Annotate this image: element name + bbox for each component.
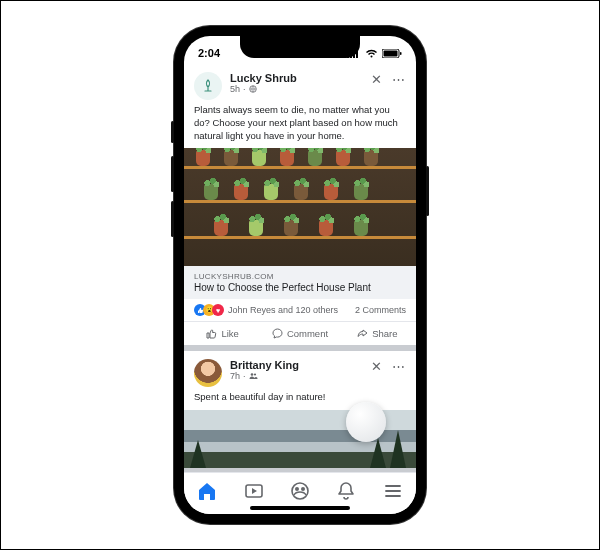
tab-menu[interactable] <box>379 477 407 505</box>
link-preview[interactable]: LUCKYSHRUB.COM How to Choose the Perfect… <box>184 266 416 299</box>
post-text: Spent a beautiful day in nature! <box>184 391 416 410</box>
notch <box>240 36 360 58</box>
tab-groups[interactable] <box>286 477 314 505</box>
svg-point-8 <box>250 374 253 377</box>
comment-button[interactable]: Comment <box>261 322 338 345</box>
friends-icon <box>249 372 258 380</box>
link-domain: LUCKYSHRUB.COM <box>194 272 406 281</box>
tab-home[interactable] <box>193 477 221 505</box>
reaction-icons[interactable]: 😮 ♥ <box>194 304 224 316</box>
home-indicator[interactable] <box>250 506 350 510</box>
link-title: How to Choose the Perfect House Plant <box>194 282 406 293</box>
tab-notifications[interactable] <box>332 477 360 505</box>
close-icon[interactable]: ✕ <box>371 72 382 87</box>
svg-point-12 <box>295 487 299 491</box>
svg-rect-5 <box>384 50 398 56</box>
avatar[interactable] <box>194 72 222 100</box>
svg-point-13 <box>301 487 305 491</box>
share-button[interactable]: Share <box>339 322 416 345</box>
globe-icon <box>249 85 257 93</box>
svg-point-11 <box>292 483 308 499</box>
thumb-icon <box>206 328 217 339</box>
post-meta: 5h· <box>230 84 363 94</box>
love-reaction-icon: ♥ <box>212 304 224 316</box>
post-text: Plants always seem to die, no matter wha… <box>184 104 416 148</box>
close-icon[interactable]: ✕ <box>371 359 382 374</box>
more-icon[interactable]: ⋯ <box>392 359 406 374</box>
status-time: 2:04 <box>198 47 220 59</box>
svg-point-9 <box>253 374 255 376</box>
post-author[interactable]: Brittany King <box>230 359 363 371</box>
reactions-text[interactable]: John Reyes and 120 others <box>228 305 338 315</box>
phone-frame: 2:04 <box>174 26 426 524</box>
comments-count[interactable]: 2 Comments <box>355 305 406 315</box>
more-icon[interactable]: ⋯ <box>392 72 406 87</box>
post-actions: Like Comment Share <box>184 321 416 345</box>
post-meta: 7h· <box>230 371 363 381</box>
share-icon <box>357 328 368 339</box>
avatar[interactable] <box>194 359 222 387</box>
phone-screen: 2:04 <box>184 36 416 514</box>
svg-rect-6 <box>400 52 402 55</box>
chat-head[interactable] <box>346 402 386 442</box>
wifi-icon <box>365 49 378 58</box>
tab-watch[interactable] <box>240 477 268 505</box>
reactions-bar: 😮 ♥ John Reyes and 120 others 2 Comments <box>184 299 416 321</box>
post-author[interactable]: Lucky Shrub <box>230 72 363 84</box>
like-button[interactable]: Like <box>184 322 261 345</box>
feed-post: Lucky Shrub 5h· ✕ ⋯ Plants always seem <box>184 64 416 345</box>
post-image[interactable] <box>184 148 416 266</box>
comment-icon <box>272 328 283 339</box>
battery-icon <box>382 49 402 58</box>
